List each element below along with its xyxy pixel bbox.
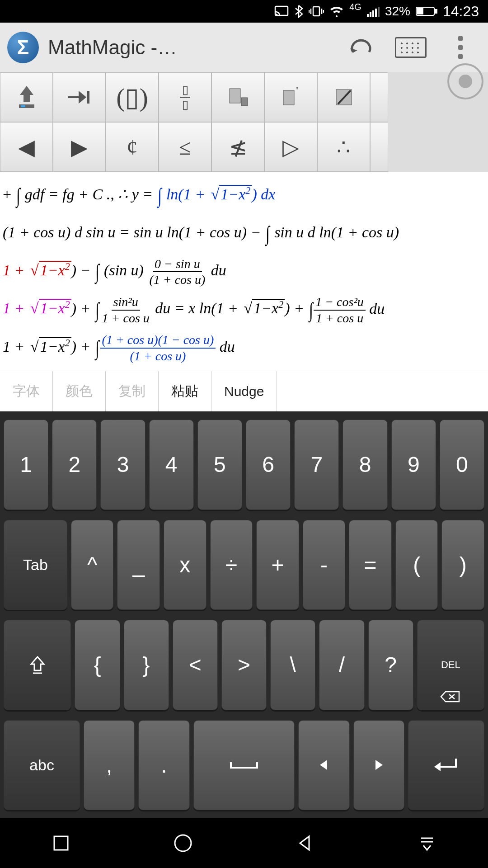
key-1-1-0[interactable]: 1 xyxy=(4,420,48,510)
keyboard-row-1: 1234567890 xyxy=(4,420,484,510)
tool-tab[interactable] xyxy=(53,72,106,122)
key-tab[interactable]: Tab xyxy=(4,520,67,610)
key-arrow-right[interactable] xyxy=(353,720,404,811)
status-bar: 4G 32% 14:23 xyxy=(0,0,488,23)
key-enter[interactable] xyxy=(408,720,484,811)
wifi-icon xyxy=(329,5,344,17)
menu-dots-icon xyxy=(458,36,463,59)
app-title: MathMagic -… xyxy=(48,36,332,59)
key-sym-2-7[interactable]: = xyxy=(349,520,392,610)
svg-rect-14 xyxy=(241,98,248,106)
signal-4g-label: 4G xyxy=(349,2,361,12)
svg-rect-2 xyxy=(367,14,369,17)
svg-rect-12 xyxy=(87,91,89,104)
svg-rect-5 xyxy=(375,9,377,17)
equation-line-1: (1 + cos u) d sin u = sin u ln(1 + cos u… xyxy=(3,216,485,251)
key-sym-4-1[interactable]: , xyxy=(84,720,135,811)
tool-symbol-6[interactable]: ∴ xyxy=(317,122,370,172)
key-sym-3-4[interactable]: > xyxy=(221,620,267,710)
key-mode-abc[interactable]: abc xyxy=(4,720,80,811)
key-9-1-8[interactable]: 9 xyxy=(391,420,436,510)
svg-rect-1 xyxy=(313,7,319,16)
nav-ime-switch-button[interactable] xyxy=(413,830,441,857)
key-2-1-1[interactable]: 2 xyxy=(52,420,97,510)
battery-pct: 32% xyxy=(385,4,410,19)
app-bar: Σ MathMagic -… xyxy=(0,23,488,72)
svg-rect-4 xyxy=(372,10,374,17)
equation-line-3: 1 + 1−x2) + ∫sin²u1 + cos u du = x ln(1 … xyxy=(3,292,485,328)
key-8-1-7[interactable]: 8 xyxy=(343,420,387,510)
tool-slash[interactable] xyxy=(317,72,370,122)
tool-prime[interactable]: ' xyxy=(264,72,317,122)
key-sym-3-6[interactable]: / xyxy=(319,620,364,710)
key-sym-3-2[interactable]: } xyxy=(124,620,169,710)
signal-icon xyxy=(367,6,380,17)
tool-symbol-2[interactable]: ¢ xyxy=(106,122,159,172)
key-delete[interactable]: DEL xyxy=(417,620,484,710)
key-0-1-9[interactable]: 0 xyxy=(440,420,484,510)
text-tab-4[interactable]: Nudge xyxy=(211,371,277,411)
undo-button[interactable] xyxy=(341,32,381,63)
toolbar-row-2: ◀▶¢≤≰▷∴ xyxy=(0,122,488,172)
tool-symbol-0[interactable]: ◀ xyxy=(0,122,53,172)
keyboard-row-4: abc,. xyxy=(4,720,484,811)
text-tab-2: 复制 xyxy=(106,371,159,411)
toolbar-more-right-1[interactable] xyxy=(370,72,388,122)
cast-icon xyxy=(274,5,289,17)
equation-line-4: 1 + 1−x2) + ∫(1 + cos u)(1 − cos u)(1 + … xyxy=(3,330,485,366)
tool-symbol-4[interactable]: ≰ xyxy=(211,122,264,172)
key-sym-2-4[interactable]: ÷ xyxy=(210,520,253,610)
key-7-1-6[interactable]: 7 xyxy=(294,420,339,510)
svg-point-23 xyxy=(175,835,191,851)
key-arrow-left[interactable] xyxy=(298,720,349,811)
svg-rect-6 xyxy=(378,7,380,17)
key-4-1-3[interactable]: 4 xyxy=(149,420,194,510)
key-sym-2-5[interactable]: + xyxy=(256,520,299,610)
equation-line-2: 1 + 1−x2) − ∫ (sin u) 0 − sin u(1 + cos … xyxy=(3,254,485,289)
tool-parentheses[interactable]: (▯) xyxy=(106,72,159,122)
key-sym-3-1[interactable]: { xyxy=(75,620,120,710)
clock: 14:23 xyxy=(443,3,479,20)
equation-line-0: + ∫ gdf = fg + C ., ∴ y = ∫ ln(1 + 1−x2)… xyxy=(3,178,485,213)
text-tab-3[interactable]: 粘贴 xyxy=(159,371,211,411)
toolbar-row-1: (▯) ▯▯ ' xyxy=(0,72,488,122)
svg-rect-22 xyxy=(54,836,68,850)
svg-rect-11 xyxy=(21,105,25,107)
tool-fraction[interactable]: ▯▯ xyxy=(159,72,211,122)
nav-back-button[interactable] xyxy=(291,830,319,857)
toolbar-more-right-2[interactable] xyxy=(370,122,388,172)
key-sym-3-3[interactable]: < xyxy=(173,620,218,710)
tool-symbol-5[interactable]: ▷ xyxy=(264,122,317,172)
keyboard-toggle-button[interactable] xyxy=(390,32,431,63)
text-tab-0: 字体 xyxy=(0,371,53,411)
key-x-2-3[interactable]: x xyxy=(164,520,206,610)
nav-home-button[interactable] xyxy=(169,830,197,857)
battery-icon xyxy=(416,6,437,17)
key-sym-2-6[interactable]: - xyxy=(303,520,346,610)
key-5-1-4[interactable]: 5 xyxy=(197,420,242,510)
bluetooth-icon xyxy=(294,5,303,18)
equation-editor[interactable]: + ∫ gdf = fg + C ., ∴ y = ∫ ln(1 + 1−x2)… xyxy=(0,172,488,371)
key-space[interactable] xyxy=(193,720,295,811)
key-sym-3-7[interactable]: ? xyxy=(368,620,413,710)
svg-text:': ' xyxy=(296,86,298,98)
soft-keyboard: 1234567890Tab^_x÷+-=(){}<>\/?DELabc,. xyxy=(0,411,488,818)
tool-symbol-1[interactable]: ▶ xyxy=(53,122,106,172)
android-nav-bar xyxy=(0,818,488,868)
text-tool-tabs: 字体颜色复制粘贴Nudge xyxy=(0,371,488,411)
key-sym-2-8[interactable]: ( xyxy=(395,520,438,610)
key-sym-2-1[interactable]: ^ xyxy=(71,520,114,610)
key-sym-2-9[interactable]: ) xyxy=(441,520,484,610)
tool-symbol-3[interactable]: ≤ xyxy=(159,122,211,172)
key-sym-3-5[interactable]: \ xyxy=(270,620,315,710)
nav-recent-button[interactable] xyxy=(47,830,75,857)
key-shift[interactable] xyxy=(4,620,71,710)
radio-target-icon[interactable] xyxy=(447,63,483,99)
overflow-menu-button[interactable] xyxy=(440,32,481,63)
tool-subscript[interactable] xyxy=(211,72,264,122)
tool-shift-up[interactable] xyxy=(0,72,53,122)
key-6-1-5[interactable]: 6 xyxy=(246,420,291,510)
key-sym-2-2[interactable]: _ xyxy=(117,520,160,610)
key-sym-4-2[interactable]: . xyxy=(138,720,189,811)
key-3-1-2[interactable]: 3 xyxy=(100,420,145,510)
